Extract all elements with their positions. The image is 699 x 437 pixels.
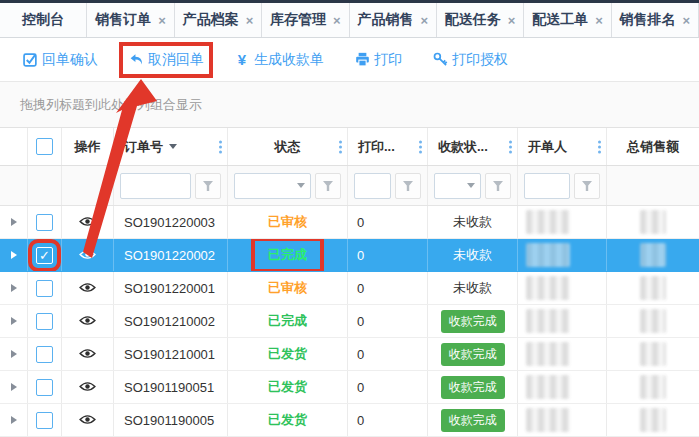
table-row[interactable]: ✓ SO1901220001 已审核 0 未收款 <box>0 272 699 305</box>
tab-close-icon[interactable]: × <box>508 14 516 27</box>
row-checkbox[interactable]: ✓ <box>36 280 53 297</box>
row-checkbox[interactable]: ✓ <box>36 214 53 231</box>
column-menu-icon[interactable] <box>419 140 422 153</box>
tab-label: 销售排名 <box>620 11 676 29</box>
funnel-filter-icon[interactable] <box>574 173 600 199</box>
order-no-filter-input[interactable] <box>120 173 191 199</box>
table-row[interactable]: ✓ SO1901210002 已完成 0 收款完成 <box>0 305 699 338</box>
select-all-checkbox[interactable]: ✓ <box>36 138 53 155</box>
header-payment-status[interactable]: 收款状... <box>428 128 518 165</box>
tab-close-icon[interactable]: × <box>246 14 254 27</box>
tab-close-icon[interactable]: × <box>683 14 691 27</box>
tab[interactable]: 配送工单 × <box>524 3 611 37</box>
tab-label: 产品销售 <box>357 11 413 29</box>
funnel-filter-icon[interactable] <box>395 173 421 199</box>
print-count: 0 <box>357 347 364 362</box>
header-total-sales[interactable]: 总销售额 <box>607 128 699 165</box>
view-eye-icon[interactable] <box>79 314 96 329</box>
column-menu-icon[interactable] <box>339 140 342 153</box>
row-expander[interactable] <box>0 371 28 403</box>
print-count: 0 <box>357 314 364 329</box>
table-row[interactable]: ✓ SO1901220002 已完成 0 未收款 <box>0 239 699 272</box>
toolbar-button[interactable]: 取消回单 <box>128 51 204 69</box>
payment-status-filter-select[interactable] <box>434 173 481 199</box>
tab-close-icon[interactable]: × <box>595 14 603 27</box>
tab[interactable]: 产品销售 × <box>350 3 437 37</box>
tab-close-icon[interactable]: × <box>333 14 341 27</box>
toolbar-button[interactable]: 打印授权 <box>432 51 508 69</box>
header-status[interactable]: 状态 <box>228 128 348 165</box>
view-eye-icon[interactable] <box>79 281 96 296</box>
group-drop-zone[interactable]: 拖拽列标题到此处按列组合显示 <box>0 82 699 128</box>
row-checkbox[interactable]: ✓ <box>36 379 53 396</box>
toolbar-button[interactable]: ¥ 生成收款单 <box>234 51 324 69</box>
header-order-no[interactable]: 订单号 <box>114 128 228 165</box>
view-eye-icon[interactable] <box>79 347 96 362</box>
expand-arrow-icon <box>11 284 17 292</box>
funnel-filter-icon[interactable] <box>315 173 341 199</box>
toolbar: 回单确认 取消回单 ¥ 生成收款单 打印 打印授权 <box>0 38 699 82</box>
opener-filter-input[interactable] <box>524 173 570 199</box>
funnel-filter-icon[interactable] <box>485 173 511 199</box>
view-eye-icon[interactable] <box>79 215 96 230</box>
print-count-filter-input[interactable] <box>354 173 391 199</box>
row-expander[interactable] <box>0 239 28 271</box>
row-expander[interactable] <box>0 272 28 304</box>
column-menu-icon[interactable] <box>598 140 601 153</box>
print-count: 0 <box>357 281 364 296</box>
toolbar-button-label: 打印 <box>374 51 402 69</box>
opener-redacted-blur <box>526 375 570 399</box>
tab-label: 销售订单 <box>95 11 151 29</box>
tab-label: 配送任务 <box>445 11 501 29</box>
row-expander[interactable] <box>0 338 28 370</box>
tab[interactable]: 控制台 <box>0 3 87 37</box>
view-eye-icon[interactable] <box>79 413 96 428</box>
tab-close-icon[interactable]: × <box>420 14 428 27</box>
header-opener[interactable]: 开单人 <box>518 128 607 165</box>
status-text: 已审核 <box>268 213 307 231</box>
tab[interactable]: 库存管理 × <box>262 3 349 37</box>
toolbar-button[interactable]: 回单确认 <box>22 51 98 69</box>
column-menu-icon[interactable] <box>219 140 222 153</box>
table-row[interactable]: ✓ SO1901210001 已发货 0 收款完成 <box>0 338 699 371</box>
yen-icon: ¥ <box>234 52 250 68</box>
tab[interactable]: 销售排名 × <box>612 3 699 37</box>
view-eye-icon[interactable] <box>79 248 96 263</box>
header-actions: 操作 <box>62 128 114 165</box>
payment-status: 收款完成 <box>441 376 505 399</box>
row-expander[interactable] <box>0 305 28 337</box>
row-checkbox[interactable]: ✓ <box>36 313 53 330</box>
row-expander[interactable] <box>0 206 28 238</box>
table-row[interactable]: ✓ SO1901190005 已发货 0 收款完成 <box>0 404 699 437</box>
order-number: SO1901220003 <box>124 215 215 230</box>
amount-redacted-blur <box>640 276 666 300</box>
row-checkbox[interactable]: ✓ <box>36 247 53 264</box>
tab[interactable]: 产品档案 × <box>175 3 262 37</box>
tab[interactable]: 销售订单 × <box>87 3 174 37</box>
opener-redacted-blur <box>526 309 570 333</box>
tab-label: 产品档案 <box>183 11 239 29</box>
order-number: SO1901220002 <box>124 248 215 263</box>
column-menu-icon[interactable] <box>509 140 512 153</box>
opener-redacted-blur <box>526 342 570 366</box>
funnel-filter-icon[interactable] <box>195 173 221 199</box>
payment-status: 收款完成 <box>441 310 505 333</box>
table-row[interactable]: ✓ SO1901220003 已审核 0 未收款 <box>0 206 699 239</box>
tab[interactable]: 配送任务 × <box>437 3 524 37</box>
tab-close-icon[interactable]: × <box>158 14 166 27</box>
view-eye-icon[interactable] <box>79 380 96 395</box>
chevron-down-icon <box>297 183 305 188</box>
row-expander[interactable] <box>0 404 28 436</box>
table-row[interactable]: ✓ SO1901190051 已发货 0 收款完成 <box>0 371 699 404</box>
payment-status: 收款完成 <box>441 409 505 432</box>
row-checkbox[interactable]: ✓ <box>36 346 53 363</box>
sales-order-window: 控制台 销售订单 × 产品档案 × 库存管理 × 产品销售 × 配送任务 × 配… <box>0 0 699 437</box>
status-filter-select[interactable] <box>234 173 311 199</box>
header-print-count[interactable]: 打印... <box>348 128 428 165</box>
toolbar-button[interactable]: 打印 <box>354 51 402 69</box>
status-text: 已完成 <box>268 312 307 330</box>
toolbar-button-label: 取消回单 <box>148 51 204 69</box>
order-number: SO1901210001 <box>124 347 215 362</box>
chevron-down-icon <box>467 183 475 188</box>
row-checkbox[interactable]: ✓ <box>36 412 53 429</box>
